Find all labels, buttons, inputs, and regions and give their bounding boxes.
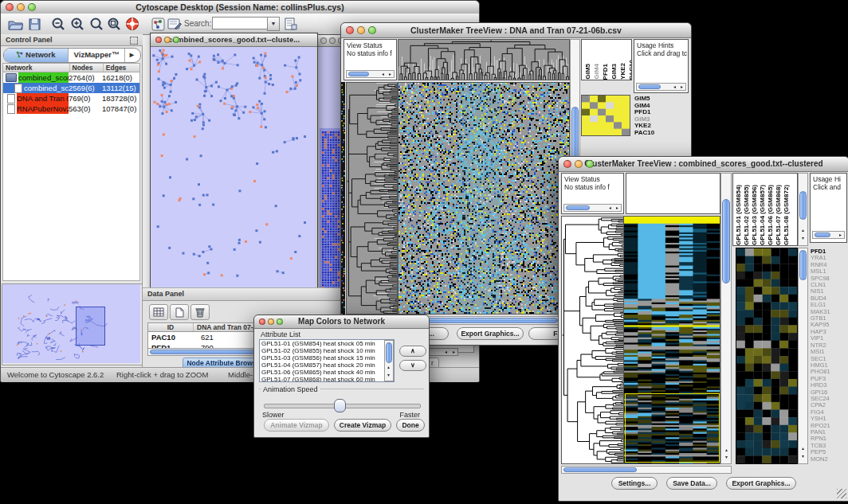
scroll-right-icon[interactable]: ▸: [387, 72, 394, 77]
scroll-up-icon[interactable]: ▴: [723, 447, 730, 453]
zoom-fit-icon[interactable]: [87, 16, 106, 32]
close-icon[interactable]: [563, 160, 571, 168]
annotation-icon[interactable]: [165, 16, 184, 32]
minimize-icon[interactable]: [357, 26, 365, 34]
close-icon[interactable]: [155, 37, 162, 43]
network-row[interactable]: RNAPuberNov2+563(0)107847(0): [3, 104, 139, 114]
scrollbar-thumb[interactable]: [799, 191, 807, 220]
overview-viewport-rect[interactable]: [76, 307, 105, 346]
speed-slider-thumb[interactable]: [334, 399, 346, 412]
close-icon[interactable]: [320, 37, 327, 44]
col-edges[interactable]: Edges: [104, 64, 139, 72]
col-network[interactable]: Network: [3, 64, 70, 72]
zoom-heatmap-pane[interactable]: [736, 248, 798, 464]
help-lifesaver-icon[interactable]: [123, 16, 142, 32]
column-label[interactable]: GPL51-02 (GSM855): [743, 185, 750, 245]
zoom-selected-icon[interactable]: [104, 16, 124, 32]
scroll-left-icon[interactable]: ◂: [442, 350, 450, 355]
usage-hints-hscrollbar[interactable]: ▸: [812, 231, 845, 239]
minimize-icon[interactable]: [268, 318, 274, 325]
scrollbar-thumb[interactable]: [638, 84, 661, 89]
close-icon[interactable]: [6, 3, 14, 11]
button-export-graphics-[interactable]: Export Graphics...: [457, 327, 524, 340]
new-attribute-icon[interactable]: [170, 304, 189, 320]
move-up-button[interactable]: ∧: [399, 346, 426, 357]
scrollbar-thumb[interactable]: [815, 232, 830, 237]
scrollbar-thumb[interactable]: [566, 205, 590, 210]
network-overview[interactable]: [2, 283, 143, 365]
scroll-right-icon[interactable]: ▸: [450, 350, 457, 355]
column-label[interactable]: GIM4: [593, 64, 600, 80]
column-label[interactable]: PAC10: [628, 60, 632, 80]
open-folder-icon[interactable]: [6, 16, 25, 32]
zoom-in-icon[interactable]: [68, 16, 87, 32]
scroll-up-icon[interactable]: ▴: [799, 446, 807, 451]
column-label[interactable]: YKE2: [619, 63, 626, 80]
attribute-item[interactable]: GPL51-01 (GSM854) heat shock 05 min: [260, 340, 394, 347]
scrollbar-thumb[interactable]: [563, 467, 637, 472]
mini-heatmap[interactable]: [581, 95, 630, 136]
row-label[interactable]: PAC10: [634, 130, 682, 137]
attribute-item[interactable]: GPL51-03 (GSM856) heat shock 15 min: [260, 354, 394, 361]
column-label[interactable]: GIM3: [610, 64, 618, 80]
zoom-window-icon[interactable]: [173, 37, 179, 43]
report-icon[interactable]: [281, 16, 300, 32]
scroll-up-icon[interactable]: ▴: [799, 228, 807, 233]
search-input[interactable]: [212, 17, 269, 29]
minimize-icon[interactable]: [575, 160, 583, 168]
zoom-window-icon[interactable]: [28, 3, 36, 11]
button-create-vizmap[interactable]: Create Vizmap: [334, 419, 391, 432]
column-labels-vscrollbar[interactable]: ▴ ▾: [798, 173, 808, 246]
view-status-hscrollbar[interactable]: ◂ ▸: [346, 70, 395, 78]
column-dendrogram-pane[interactable]: [626, 173, 720, 214]
scroll-down-icon[interactable]: ▾: [723, 455, 730, 460]
row-dendrogram-pane[interactable]: [561, 216, 624, 464]
global-overview-strip[interactable]: [341, 82, 345, 315]
scroll-right-icon[interactable]: ▸: [837, 232, 844, 238]
col-id[interactable]: ID: [148, 323, 194, 331]
close-icon[interactable]: [259, 318, 265, 325]
column-dendrogram-pane[interactable]: [398, 39, 570, 80]
scrollbar-thumb[interactable]: [348, 72, 369, 76]
attribute-list-vscrollbar[interactable]: ▴ ▾: [384, 340, 394, 381]
scroll-right-icon[interactable]: ▸: [678, 84, 685, 90]
column-label[interactable]: GPL51-07 (GSM868): [775, 185, 782, 245]
column-label[interactable]: GPL51-03 (GSM856): [751, 185, 758, 245]
network-row[interactable]: DNA and Tran 07769(0)183728(0): [3, 93, 139, 104]
col-nodes[interactable]: Nodes: [70, 64, 104, 72]
heatmap-selection-rect[interactable]: [625, 393, 720, 463]
button-export-graphics-[interactable]: Export Graphics...: [726, 477, 796, 490]
scroll-left-icon[interactable]: ◂: [607, 205, 614, 211]
heatmap-canvas-pane[interactable]: [624, 216, 720, 464]
button-settings-[interactable]: Settings...: [611, 477, 658, 490]
zoom-out-icon[interactable]: [49, 16, 68, 32]
column-label[interactable]: GPL51-01 (GSM854): [735, 185, 742, 245]
move-down-button[interactable]: ∨: [399, 360, 426, 371]
tab-vizmapper[interactable]: VizMapper™: [69, 49, 125, 62]
resize-grip[interactable]: [837, 489, 846, 498]
zoom-window-icon[interactable]: [368, 26, 376, 34]
scrollbar-thumb[interactable]: [386, 342, 392, 363]
attribute-item[interactable]: GPL51-07 (GSM868) heat shock 60 min: [260, 376, 394, 382]
column-label[interactable]: GIM5: [584, 64, 591, 80]
usage-hints-hscrollbar[interactable]: ◂ ▸: [636, 83, 686, 91]
attribute-item[interactable]: GPL51-02 (GSM855) heat shock 10 min: [260, 347, 394, 354]
button-animate-vizmap[interactable]: Animate Vizmap: [264, 419, 329, 432]
row-dendrogram-pane[interactable]: [346, 82, 398, 315]
attribute-listbox[interactable]: GPL51-01 (GSM854) heat shock 05 minGPL51…: [259, 339, 395, 382]
network-row[interactable]: combined_sco2569(6)13112(15): [3, 83, 139, 93]
attribute-item[interactable]: GPL51-04 (GSM857) heat shock 20 min: [260, 361, 394, 369]
close-icon[interactable]: [346, 26, 354, 34]
scrollbar-thumb[interactable]: [722, 199, 730, 283]
heatmap-vscrollbar[interactable]: ▴ ▾: [720, 173, 732, 464]
gene-label[interactable]: MON2: [811, 456, 847, 463]
view-status-hscrollbar[interactable]: ◂ ▸: [563, 204, 622, 212]
column-label[interactable]: GPL51-04 (GSM857): [759, 185, 766, 245]
button-done[interactable]: Done: [396, 419, 425, 432]
main-titlebar[interactable]: Cytoscape Desktop (Session Name: collins…: [1, 1, 479, 14]
scroll-left-icon[interactable]: ◂: [379, 72, 387, 77]
heatmap-canvas-pane[interactable]: [398, 82, 570, 315]
save-icon[interactable]: [25, 16, 44, 32]
delete-attribute-icon[interactable]: [190, 304, 210, 320]
zoom-window-icon[interactable]: [277, 318, 283, 325]
